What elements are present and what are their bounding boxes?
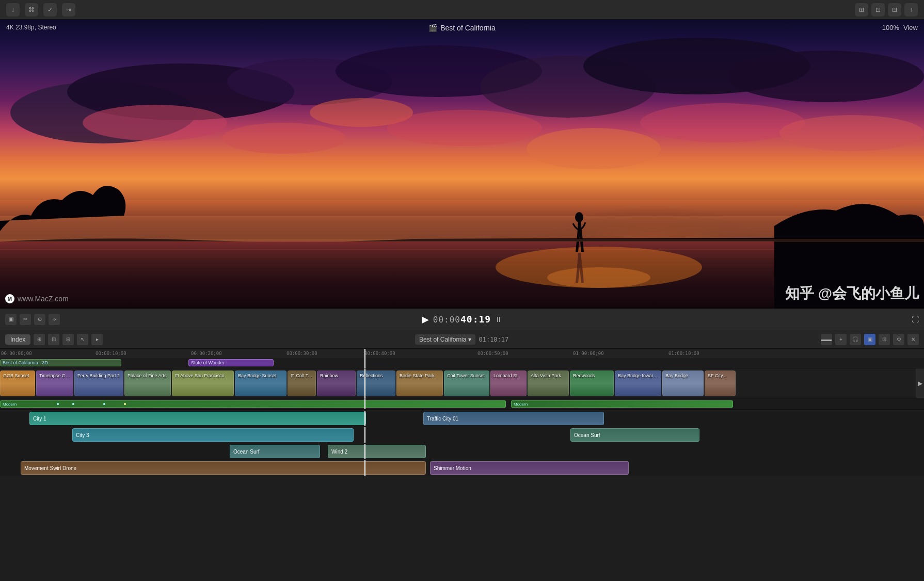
clip-bay-bridge-sunset[interactable]: Bay Bridge Sunset bbox=[235, 370, 286, 396]
clip-ggb-label: GGB Sunset bbox=[2, 372, 34, 379]
clip-timelapse[interactable]: Timelapse GGB bbox=[36, 370, 73, 396]
blade-icon[interactable]: ✂ bbox=[20, 314, 31, 325]
view-dropdown[interactable]: View bbox=[903, 24, 918, 31]
timeline-toolbar: Index ⊞ ⊡ ⊟ ↖ ▸ Best of California ▾ 01:… bbox=[0, 330, 924, 349]
clip-ferry-building[interactable]: Ferry Building Part 2 bbox=[74, 370, 123, 396]
clip-sf-city-label: SF City... bbox=[706, 372, 734, 379]
clip-palace[interactable]: Palace of Fine Arts bbox=[124, 370, 171, 396]
compound-clip-california[interactable]: Best of California - 3D bbox=[0, 359, 121, 366]
timeline-view-icon1[interactable]: ⊞ bbox=[34, 334, 45, 345]
duration-display: 01:18:17 bbox=[479, 336, 508, 343]
audio-clip-traffic[interactable]: Traffic City 01 bbox=[423, 412, 604, 425]
cursor2-icon[interactable]: ▸ bbox=[91, 334, 103, 345]
preview-area: 4K 23.98p, Stereo 🎬 Best of California 1… bbox=[0, 20, 924, 309]
close2-icon[interactable]: ✕ bbox=[907, 334, 919, 345]
playhead-ruler-marker bbox=[364, 349, 365, 358]
timecode-prefix: 00:00 bbox=[433, 315, 460, 325]
share-icon[interactable]: ↑ bbox=[904, 3, 918, 17]
ruler-mark-4: 00:00:40;00 bbox=[364, 351, 395, 356]
timeline-view-icon3[interactable]: ⊟ bbox=[62, 334, 74, 345]
waveform-dot1 bbox=[57, 403, 59, 405]
blue-clip-icon[interactable]: ▣ bbox=[864, 334, 875, 345]
grid-icon[interactable]: ⊞ bbox=[855, 3, 868, 17]
clip-bay-bridge-2-label: Bay Bridge bbox=[664, 372, 702, 379]
clip-reflections[interactable]: Reflections bbox=[357, 370, 395, 396]
clip-rainbow[interactable]: Rainbow bbox=[317, 370, 356, 396]
svg-point-24 bbox=[575, 212, 583, 222]
playhead-waveform bbox=[364, 398, 365, 409]
waveform-row: Modern Modern bbox=[0, 398, 924, 410]
ruler-mark-1: 00:00:10;00 bbox=[95, 351, 126, 356]
playhead-clips bbox=[364, 368, 365, 398]
expand-button[interactable]: ⛶ bbox=[912, 315, 919, 324]
settings2-icon[interactable]: ⚙ bbox=[893, 334, 904, 345]
clip-bay-toward-sf[interactable]: Bay Bridge toward SF bbox=[615, 370, 661, 396]
grid2-icon[interactable]: ⊡ bbox=[871, 3, 885, 17]
clip-bay-bridge-2[interactable]: Bay Bridge bbox=[662, 370, 704, 396]
headphones-icon[interactable]: 🎧 bbox=[850, 334, 861, 345]
clip-bodie[interactable]: Bodie State Park bbox=[396, 370, 443, 396]
clip-ggb-sunset[interactable]: GGB Sunset bbox=[0, 370, 35, 396]
green-bar-left: Modern bbox=[0, 400, 506, 408]
clip-bay-bridge-sunset-label: Bay Bridge Sunset bbox=[236, 372, 285, 379]
clip-bay-toward-sf-label: Bay Bridge toward SF bbox=[616, 372, 660, 379]
svg-rect-25 bbox=[0, 239, 924, 242]
adjust-icon[interactable]: ⊟ bbox=[888, 3, 901, 17]
skip-icon[interactable]: ⤼ bbox=[49, 314, 60, 325]
playhead-row3 bbox=[364, 444, 365, 459]
shimmer-label: Shimmer Motion bbox=[434, 465, 471, 471]
audio-section: City 1 Traffic City 01 City 3 Ocean Surf… bbox=[0, 411, 924, 476]
fit-icon[interactable]: ⊡ bbox=[879, 334, 890, 345]
audio-clip-ocean-surf2[interactable]: Ocean Surf bbox=[570, 428, 699, 442]
index-button[interactable]: Index bbox=[5, 334, 30, 345]
audio-track-row4: Movement Swirl Drone Shimmer Motion bbox=[0, 460, 924, 476]
audio-clip-ocean[interactable]: Ocean Surf bbox=[230, 445, 320, 458]
clip-palace-label: Palace of Fine Arts bbox=[126, 372, 169, 379]
playback-left-controls: ▣ ✂ ⊙ ⤼ bbox=[5, 314, 60, 325]
clip-redwoods[interactable]: Redwoods bbox=[570, 370, 614, 396]
clip-coit-tower-sunset[interactable]: Coit Tower Sunset bbox=[444, 370, 489, 396]
playhead-row4 bbox=[364, 460, 365, 476]
add-icon[interactable]: + bbox=[835, 334, 847, 345]
audio-meter-icon[interactable]: ▬▬ bbox=[821, 334, 832, 345]
clip-alta-vista[interactable]: Alta Vista Park bbox=[528, 370, 569, 396]
clip-coit-to[interactable]: ⊡ Colt To... bbox=[288, 370, 316, 396]
svg-point-15 bbox=[779, 115, 924, 151]
svg-point-14 bbox=[640, 103, 805, 142]
project-selector[interactable]: Best of California ▾ bbox=[415, 334, 475, 345]
compound-clips-row: Best of California - 3D State of Wonder bbox=[0, 358, 924, 368]
clip-lombard[interactable]: Lombard St. bbox=[490, 370, 527, 396]
playhead-compound bbox=[364, 358, 365, 368]
waveform-dot3 bbox=[103, 403, 105, 405]
audio-track-row2: City 3 Ocean Surf bbox=[0, 427, 924, 443]
download-icon[interactable]: ↓ bbox=[6, 3, 20, 17]
forward-icon[interactable]: ⇥ bbox=[62, 3, 75, 17]
ocean-surf2-label: Ocean Surf bbox=[574, 432, 600, 438]
check-icon[interactable]: ✓ bbox=[43, 3, 57, 17]
svg-point-23 bbox=[547, 267, 650, 288]
clip-sf-city[interactable]: SF City... bbox=[705, 370, 736, 396]
playhead-row1 bbox=[364, 411, 365, 426]
svg-point-13 bbox=[527, 128, 661, 169]
audio-clip-wind2[interactable]: Wind 2 bbox=[328, 445, 426, 458]
pause-indicator: ⏸ bbox=[495, 315, 502, 324]
clip-above-sf[interactable]: ⊡ Above San Francisco bbox=[172, 370, 234, 396]
preview-title: 🎬 Best of California bbox=[428, 24, 496, 32]
key-icon[interactable]: ⌘ bbox=[25, 3, 38, 17]
audio-clip-shimmer[interactable]: Shimmer Motion bbox=[430, 461, 629, 475]
play-button[interactable]: ▶ bbox=[422, 314, 429, 325]
audio-clip-city1[interactable]: City 1 bbox=[29, 412, 366, 425]
mag-icon[interactable]: ⊙ bbox=[34, 314, 45, 325]
audio-clip-city3[interactable]: City 3 bbox=[72, 428, 354, 442]
cursor-icon[interactable]: ↖ bbox=[77, 334, 88, 345]
timeline-view-icon2[interactable]: ⊡ bbox=[48, 334, 59, 345]
svg-point-12 bbox=[387, 110, 542, 146]
clip-reflections-label: Reflections bbox=[358, 372, 394, 379]
timeline-toolbar-left: Index ⊞ ⊡ ⊟ ↖ ▸ bbox=[5, 334, 103, 345]
movement-label: Movement Swirl Drone bbox=[24, 465, 76, 471]
compound-clip-wonder[interactable]: State of Wonder bbox=[188, 359, 274, 366]
clip-mode-icon[interactable]: ▣ bbox=[5, 314, 17, 325]
timecode-current: 40:19 bbox=[460, 314, 491, 325]
ocean-label: Ocean Surf bbox=[233, 449, 260, 455]
playback-bar: ▣ ✂ ⊙ ⤼ ▶ 00:0040:19 ⏸ ⛶ bbox=[0, 309, 924, 330]
